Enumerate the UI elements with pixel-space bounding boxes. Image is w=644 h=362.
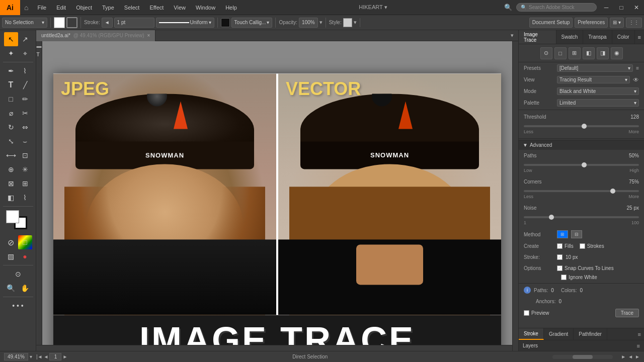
view-auto-icon[interactable]: ⊙ bbox=[540, 47, 552, 59]
swatch-tab[interactable]: Swatch bbox=[556, 30, 584, 44]
shape-builder-tool[interactable]: ⊕ bbox=[4, 162, 18, 176]
eye-icon[interactable]: 👁 bbox=[633, 76, 639, 83]
canvas-bottom-scroll[interactable] bbox=[36, 345, 512, 351]
mesh-tool[interactable]: ⊞ bbox=[18, 176, 32, 191]
snap-checkbox[interactable]: ✓ bbox=[557, 265, 562, 271]
corners-thumb[interactable] bbox=[610, 189, 615, 194]
lasso-tool[interactable]: ⌖ bbox=[18, 46, 32, 60]
rectangle-tool[interactable]: □ bbox=[4, 92, 18, 106]
stroke-style-dropdown[interactable]: Uniform▾ bbox=[156, 18, 214, 28]
tab-close-icon[interactable]: × bbox=[147, 33, 150, 38]
curvature-tool[interactable]: ⌇ bbox=[18, 64, 32, 78]
warp-tool[interactable]: ⌣ bbox=[18, 134, 32, 148]
stroke-width-checkbox[interactable]: ✓ bbox=[557, 254, 562, 260]
page-input[interactable] bbox=[49, 353, 61, 360]
noise-slider[interactable] bbox=[524, 216, 639, 218]
view-left-icon[interactable]: ◧ bbox=[583, 47, 595, 59]
type-palette-icon[interactable]: T bbox=[37, 52, 42, 57]
image-trace-tab[interactable]: Image Trace bbox=[519, 30, 556, 44]
panel-menu-icon[interactable]: ≡ bbox=[635, 30, 644, 44]
menu-view[interactable]: View bbox=[169, 0, 191, 15]
menu-select[interactable]: Select bbox=[119, 0, 145, 15]
fill-swatch[interactable] bbox=[54, 17, 65, 28]
style-swatch[interactable] bbox=[343, 18, 352, 27]
eyedropper-tool[interactable]: ⌇ bbox=[18, 191, 32, 205]
advanced-section-header[interactable]: ▼ Advanced bbox=[519, 140, 644, 150]
info-icon[interactable]: i bbox=[524, 287, 531, 294]
paths-slider[interactable] bbox=[524, 164, 639, 166]
zoom-input[interactable] bbox=[4, 353, 28, 360]
color-icon[interactable]: □ bbox=[18, 235, 32, 249]
panel-expand-icon[interactable]: ≡ bbox=[635, 328, 644, 340]
stock-search[interactable]: 🔍 Search Adobe Stock bbox=[516, 3, 597, 12]
perspective-tool[interactable]: ⊠ bbox=[4, 176, 18, 191]
scissors-tool[interactable]: ✂ bbox=[18, 106, 32, 120]
type-tool[interactable]: T bbox=[4, 78, 18, 92]
document-tab[interactable]: untitled2a.ai* @ 49.41% (RGB/GPU Preview… bbox=[36, 30, 155, 41]
view-dropdown[interactable]: Tracing Result▾ bbox=[557, 76, 630, 83]
stroke-box[interactable] bbox=[66, 17, 77, 28]
doc-setup-button[interactable]: Document Setup bbox=[529, 18, 573, 28]
corners-slider[interactable] bbox=[524, 190, 639, 192]
gradient-tool[interactable]: ◧ bbox=[4, 191, 18, 205]
stroke-arrow-left[interactable]: ◄ bbox=[102, 18, 113, 28]
trace-button[interactable]: Trace bbox=[615, 309, 639, 317]
strokes-checkbox[interactable] bbox=[580, 243, 585, 249]
more-tools[interactable]: • • • bbox=[11, 299, 25, 313]
zoom-dropdown-icon[interactable]: ▾ bbox=[30, 354, 32, 359]
zoom-tool[interactable]: 🔍 bbox=[4, 281, 18, 295]
recolor-icon[interactable]: ● bbox=[18, 249, 32, 263]
method-overlapping-button[interactable]: ⊟ bbox=[571, 230, 582, 238]
opacity-value[interactable]: 100% bbox=[299, 18, 318, 28]
fills-checkbox[interactable]: ✓ bbox=[557, 243, 562, 249]
mode-dropdown[interactable]: Black and White▾ bbox=[557, 87, 639, 95]
hand-tool[interactable]: ✋ bbox=[18, 281, 32, 295]
artboard-tool[interactable]: ⊙ bbox=[11, 267, 25, 281]
selection-dropdown[interactable]: No Selection▾ bbox=[2, 18, 47, 28]
scroll-thumb[interactable] bbox=[573, 355, 593, 359]
layers-menu[interactable]: ≡ bbox=[637, 343, 640, 349]
selection-tool[interactable]: ↖ bbox=[4, 32, 18, 46]
nav-left-icon[interactable]: ◄ bbox=[628, 354, 633, 359]
gradient-icon[interactable]: ▨ bbox=[4, 249, 18, 263]
gradient-bottom-tab[interactable]: Gradient bbox=[544, 328, 574, 340]
presets-menu[interactable]: ≡ bbox=[636, 65, 639, 71]
noise-thumb[interactable] bbox=[549, 215, 554, 220]
menu-window[interactable]: Window bbox=[191, 0, 220, 15]
direct-selection-tool[interactable]: ↗ bbox=[18, 32, 32, 46]
puppet-warp-tool[interactable]: ✳ bbox=[18, 162, 32, 176]
width-tool[interactable]: ⟷ bbox=[4, 148, 18, 162]
none-icon[interactable]: ⊘ bbox=[4, 235, 18, 249]
menu-effect[interactable]: Effect bbox=[144, 0, 169, 15]
mirror-tool[interactable]: ⇔ bbox=[18, 120, 32, 134]
menu-object[interactable]: Object bbox=[71, 0, 97, 15]
threshold-slider[interactable] bbox=[524, 125, 639, 127]
home-icon[interactable]: ⌂ bbox=[20, 4, 32, 12]
arrange-icon[interactable]: ⊞ ▾ bbox=[610, 18, 624, 28]
minimize-button[interactable]: ─ bbox=[599, 0, 614, 15]
view-grid-icon[interactable]: ⊞ bbox=[569, 47, 581, 59]
scale-tool[interactable]: ⤡ bbox=[4, 134, 18, 148]
stroke-palette-icon[interactable]: ▬ bbox=[37, 43, 42, 48]
menu-edit[interactable]: Edit bbox=[51, 0, 71, 15]
tab-options[interactable]: ▾ bbox=[506, 30, 518, 41]
menu-help[interactable]: Help bbox=[220, 0, 242, 15]
paintbrush-tool[interactable]: ⌀ bbox=[4, 106, 18, 120]
fill-color-box[interactable] bbox=[6, 210, 19, 223]
pencil-tool[interactable]: ✏ bbox=[18, 92, 32, 106]
view-eye-icon[interactable]: ◉ bbox=[611, 47, 623, 59]
pen-tool[interactable]: ✒ bbox=[4, 64, 18, 78]
rotate-tool[interactable]: ↻ bbox=[4, 120, 18, 134]
ignore-white-checkbox[interactable] bbox=[561, 275, 567, 280]
color-tab[interactable]: Color bbox=[612, 30, 635, 44]
preferences-button[interactable]: Preferences bbox=[575, 18, 608, 28]
canvas-right-scroll[interactable] bbox=[512, 41, 518, 351]
transparency-tab[interactable]: Transpa bbox=[583, 30, 612, 44]
stroke-width-input[interactable]: 1 pt bbox=[114, 18, 154, 28]
prev-page-icon[interactable]: |◄ bbox=[36, 354, 43, 359]
pathfinder-bottom-tab[interactable]: Pathfinder bbox=[574, 328, 607, 340]
stroke-bottom-tab[interactable]: Stroke bbox=[519, 328, 544, 340]
scroll-indicator[interactable] bbox=[552, 355, 613, 359]
menu-file[interactable]: File bbox=[32, 0, 51, 15]
maximize-button[interactable]: □ bbox=[614, 0, 629, 15]
